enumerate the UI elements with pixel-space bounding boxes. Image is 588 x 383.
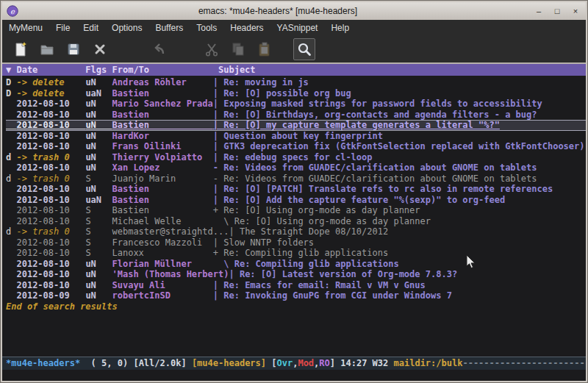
mode-line[interactable]: *mu4e-headers* ( 5, 0) [All/2.0k] [mu4e-… bbox=[2, 357, 586, 370]
message-flags: uN bbox=[85, 162, 112, 173]
open-file-button[interactable] bbox=[36, 38, 58, 60]
menu-buffers[interactable]: Buffers bbox=[148, 21, 190, 35]
menu-edit[interactable]: Edit bbox=[76, 21, 105, 35]
message-mark: D bbox=[6, 88, 16, 99]
menu-tools[interactable]: Tools bbox=[190, 21, 223, 35]
message-subject: + Re: Compiling glib applications bbox=[213, 248, 388, 258]
menu-bar: MyMenuFileEditOptionsBuffersToolsHeaders… bbox=[2, 20, 586, 36]
message-row[interactable]: 2012-08-10 uN Florian Müllner \ Re: Comp… bbox=[6, 259, 586, 270]
minimize-button[interactable]: – bbox=[533, 5, 545, 17]
menu-yasnippet[interactable]: YASnippet bbox=[270, 21, 325, 35]
save-buffer-button[interactable] bbox=[62, 38, 85, 60]
new-file-button[interactable] bbox=[10, 38, 32, 60]
menu-help[interactable]: Help bbox=[324, 21, 356, 35]
message-row[interactable]: 2012-08-10 uN 'Mash (Thomas Herbert)| Re… bbox=[6, 269, 586, 280]
echo-area[interactable] bbox=[2, 370, 586, 381]
message-subject: | Re: [O] Latest version of Org-mode 7.8… bbox=[229, 269, 457, 279]
close-buffer-button[interactable] bbox=[89, 38, 111, 60]
message-mark bbox=[6, 162, 16, 173]
message-date: 2012-08-10 bbox=[16, 280, 85, 290]
cut-icon bbox=[204, 41, 220, 57]
message-flags: uN bbox=[85, 77, 112, 87]
cut-button[interactable] bbox=[201, 38, 223, 60]
window-title: emacs: *mu4e-headers* [mu4e-headers] bbox=[23, 6, 533, 16]
message-mark bbox=[6, 259, 16, 269]
message-row[interactable]: d -> trash 0 uN Thierry Volpiatto | Re: … bbox=[6, 152, 586, 163]
modeline-path: maildir:/bulk bbox=[394, 358, 463, 368]
message-row[interactable]: 2012-08-10 S Michael Welle \ Re: [O] Usi… bbox=[6, 216, 586, 227]
menu-options[interactable]: Options bbox=[105, 21, 148, 35]
message-date: 2012-08-10 bbox=[16, 184, 85, 194]
message-mark: d bbox=[6, 152, 16, 162]
message-subject: | Question about key fingerprint bbox=[213, 131, 383, 141]
menu-mymenu[interactable]: MyMenu bbox=[2, 21, 49, 35]
paste-button[interactable] bbox=[254, 38, 276, 60]
message-date: 2012-08-10 bbox=[16, 205, 85, 215]
message-row[interactable]: 2012-08-10 uN Bastien | Re: [O] [PATCH] … bbox=[6, 184, 586, 195]
message-row[interactable]: 2012-08-10 S Francesco Mazzoli | Slow NN… bbox=[6, 237, 586, 248]
message-row[interactable]: 2012-08-10 S Lanoxx + Re: Compiling glib… bbox=[6, 248, 586, 259]
message-subject: | Re: [O] my capture template generates … bbox=[213, 120, 500, 130]
message-date: 2012-08-10 bbox=[16, 248, 85, 258]
modeline-dashes: ----------------------------------------… bbox=[462, 358, 586, 368]
maximize-icon: □ bbox=[555, 7, 560, 15]
message-from: Francesco Mazzoli bbox=[112, 237, 213, 248]
message-row[interactable]: 2012-08-10 uN Suvayu Ali | Re: Emacs for… bbox=[6, 280, 586, 291]
message-flags: S bbox=[85, 205, 112, 215]
message-date: -> delete bbox=[16, 77, 85, 87]
message-row[interactable]: d -> trash 0 S Juanjo Marin - Re: Videos… bbox=[6, 173, 586, 185]
message-from: Bastien bbox=[112, 120, 213, 130]
emacs-window: e emacs: *mu4e-headers* [mu4e-headers] –… bbox=[0, 0, 588, 383]
message-flags: uN bbox=[85, 259, 112, 269]
message-date: 2012-08-10 bbox=[16, 162, 85, 173]
message-row[interactable]: D -> delete uN Andreas Röhler | Re: movi… bbox=[6, 77, 586, 88]
message-mark bbox=[6, 120, 16, 130]
modeline-mod: Mod bbox=[298, 358, 314, 368]
close-button[interactable]: × bbox=[570, 5, 581, 17]
message-subject: - Re: Videos from GUADEC/clarification a… bbox=[213, 162, 537, 173]
message-from: Frans Oilinki bbox=[112, 141, 213, 151]
message-date: 2012-08-10 bbox=[16, 237, 85, 248]
message-row[interactable]: 2012-08-10 uN Bastien | Re: [O] Birthday… bbox=[6, 110, 586, 121]
message-from: Mario Sanchez Prada bbox=[112, 99, 213, 109]
message-row[interactable]: 2012-08-09 uN robertcInSD | Re: Invoking… bbox=[6, 290, 586, 301]
menu-headers[interactable]: Headers bbox=[223, 21, 270, 35]
message-row[interactable]: 2012-08-10 uN HardKor | Question about k… bbox=[6, 131, 586, 142]
message-row[interactable]: 2012-08-10 uN Xan Lopez - Re: Videos fro… bbox=[6, 162, 586, 173]
message-subject: | Re: [O] Add the capture feature "%(sex… bbox=[213, 195, 505, 205]
message-flags: uN bbox=[85, 280, 112, 290]
modeline-buffer-name: *mu4e-headers* bbox=[6, 358, 80, 368]
undo-button[interactable] bbox=[148, 38, 170, 60]
message-date: 2012-08-10 bbox=[16, 131, 85, 141]
message-row[interactable]: 2012-08-10 S Bastien + Re: [O] Using org… bbox=[6, 205, 586, 216]
message-mark bbox=[6, 141, 16, 151]
message-from: Michael Welle bbox=[112, 216, 213, 226]
message-mark: D bbox=[6, 77, 16, 87]
message-row[interactable]: D -> delete uaN Bastien | Re: [O] possib… bbox=[6, 88, 586, 99]
message-subject: + Re: [O] Using org-mode as day planner bbox=[213, 205, 420, 215]
mu4e-headers-buffer: D -> delete uN Andreas Röhler | Re: movi… bbox=[2, 76, 586, 357]
search-button[interactable] bbox=[293, 38, 315, 60]
message-date: -> trash 0 bbox=[16, 173, 85, 184]
message-mark bbox=[6, 237, 16, 248]
message-date: 2012-08-10 bbox=[16, 195, 85, 205]
message-from: robertcInSD bbox=[112, 290, 213, 301]
message-row-current[interactable]: 2012-08-10 uN Bastien | Re: [O] my captu… bbox=[6, 120, 586, 131]
copy-button[interactable] bbox=[227, 38, 249, 60]
message-row[interactable]: d -> trash 0 S webmaster@straightd...| T… bbox=[6, 226, 586, 237]
message-row[interactable]: 2012-08-10 uaN Bastien | Re: [O] Add the… bbox=[6, 195, 586, 206]
modeline-plain: [All/2.0k] bbox=[133, 358, 191, 368]
message-mark bbox=[6, 195, 16, 205]
message-from: Bastien bbox=[112, 110, 213, 120]
message-row[interactable]: 2012-08-10 uN Mario Sanchez Prada| Expos… bbox=[6, 99, 586, 110]
message-from: Bastien bbox=[112, 184, 213, 194]
window-controls: – □ × bbox=[533, 5, 581, 17]
mouse-cursor bbox=[466, 254, 478, 271]
maximize-button[interactable]: □ bbox=[551, 5, 563, 17]
modeline-plain: [ bbox=[266, 358, 276, 368]
message-row[interactable]: 2012-08-10 uN Frans Oilinki | GTK3 depre… bbox=[6, 141, 586, 152]
message-from: Suvayu Ali bbox=[112, 280, 213, 290]
menu-file[interactable]: File bbox=[49, 21, 76, 35]
message-mark bbox=[6, 216, 16, 226]
close-buffer-icon bbox=[92, 41, 108, 57]
